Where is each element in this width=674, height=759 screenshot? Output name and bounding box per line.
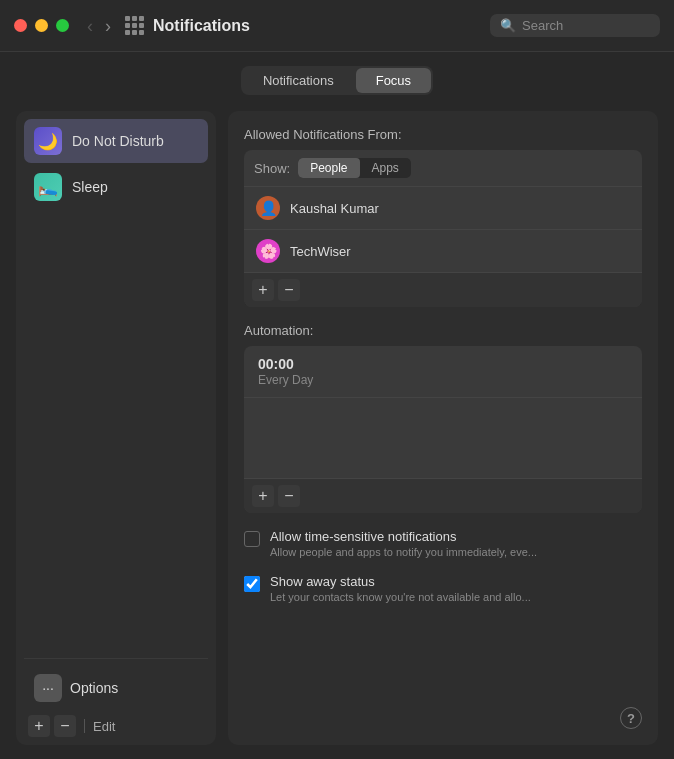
minimize-button[interactable]	[35, 19, 48, 32]
app-grid-icon[interactable]	[125, 16, 145, 36]
sidebar-item-do-not-disturb[interactable]: 🌙 Do Not Disturb	[24, 119, 208, 163]
list-item[interactable]: 🌸 TechWiser	[244, 230, 642, 272]
tab-focus[interactable]: Focus	[356, 68, 431, 93]
show-tab-apps[interactable]: Apps	[360, 158, 411, 178]
sidebar: 🌙 Do Not Disturb 🛌 Sleep ··· Options + −	[16, 111, 216, 745]
traffic-lights	[14, 19, 69, 32]
time-sensitive-row: Allow time-sensitive notifications Allow…	[244, 529, 642, 558]
sidebar-bottom: ··· Options + − Edit	[24, 658, 208, 737]
dnd-icon: 🌙	[34, 127, 62, 155]
options-label: Options	[70, 680, 118, 696]
remove-automation-button[interactable]: −	[278, 485, 300, 507]
sidebar-item-label-dnd: Do Not Disturb	[72, 133, 164, 149]
forward-button[interactable]: ›	[101, 17, 115, 35]
show-bar: Show: People Apps	[244, 150, 642, 187]
time-sensitive-wrap: Allow time-sensitive notifications Allow…	[270, 529, 537, 558]
automation-section: Automation: 00:00 Every Day + −	[244, 323, 642, 513]
right-panel: Allowed Notifications From: Show: People…	[228, 111, 658, 745]
allowed-section-label: Allowed Notifications From:	[244, 127, 642, 142]
show-away-label: Show away status	[270, 574, 531, 589]
show-tab-people[interactable]: People	[298, 158, 359, 178]
sleep-icon: 🛌	[34, 173, 62, 201]
sidebar-items: 🌙 Do Not Disturb 🛌 Sleep	[24, 119, 208, 658]
tab-notifications[interactable]: Notifications	[243, 68, 354, 93]
controls-divider	[84, 719, 85, 733]
tab-container: Notifications Focus	[241, 66, 433, 95]
titlebar: ‹ › Notifications 🔍	[0, 0, 674, 52]
main-content: Notifications Focus 🌙 Do Not Disturb 🛌 S…	[0, 52, 674, 759]
allowed-box: Show: People Apps 👤 Kaushal Kumar 🌸	[244, 150, 642, 307]
automation-empty-area	[244, 398, 642, 478]
show-away-checkbox[interactable]	[244, 576, 260, 592]
options-button[interactable]: ··· Options	[24, 667, 208, 709]
add-item-button[interactable]: +	[28, 715, 50, 737]
time-sensitive-checkbox[interactable]	[244, 531, 260, 547]
avatar-techwiser: 🌸	[256, 239, 280, 263]
edit-button[interactable]: Edit	[93, 719, 115, 734]
list-item[interactable]: 👤 Kaushal Kumar	[244, 187, 642, 230]
time-sensitive-label: Allow time-sensitive notifications	[270, 529, 537, 544]
tab-bar: Notifications Focus	[16, 66, 658, 95]
allowed-box-controls: + −	[244, 272, 642, 307]
show-label: Show:	[254, 161, 290, 176]
sidebar-item-label-sleep: Sleep	[72, 179, 108, 195]
allowed-section: Allowed Notifications From: Show: People…	[244, 127, 642, 307]
automation-box-controls: + −	[244, 478, 642, 513]
body-layout: 🌙 Do Not Disturb 🛌 Sleep ··· Options + −	[16, 111, 658, 745]
search-icon: 🔍	[500, 18, 516, 33]
add-person-button[interactable]: +	[252, 279, 274, 301]
automation-time: 00:00	[258, 356, 628, 372]
sidebar-item-sleep[interactable]: 🛌 Sleep	[24, 165, 208, 209]
sidebar-controls: + − Edit	[24, 709, 208, 737]
help-row: ?	[244, 707, 642, 729]
automation-label: Automation:	[244, 323, 642, 338]
close-button[interactable]	[14, 19, 27, 32]
person-name-techwiser: TechWiser	[290, 244, 351, 259]
person-name-kaushal: Kaushal Kumar	[290, 201, 379, 216]
remove-person-button[interactable]: −	[278, 279, 300, 301]
remove-item-button[interactable]: −	[54, 715, 76, 737]
options-icon: ···	[34, 674, 62, 702]
add-automation-button[interactable]: +	[252, 485, 274, 507]
nav-arrows: ‹ ›	[83, 17, 115, 35]
show-away-row: Show away status Let your contacts know …	[244, 574, 642, 603]
people-list: 👤 Kaushal Kumar 🌸 TechWiser	[244, 187, 642, 272]
automation-freq: Every Day	[258, 373, 628, 387]
search-box[interactable]: 🔍	[490, 14, 660, 37]
maximize-button[interactable]	[56, 19, 69, 32]
help-button[interactable]: ?	[620, 707, 642, 729]
avatar-kaushal: 👤	[256, 196, 280, 220]
show-away-wrap: Show away status Let your contacts know …	[270, 574, 531, 603]
time-sensitive-sublabel: Allow people and apps to notify you imme…	[270, 546, 537, 558]
search-input[interactable]	[522, 18, 652, 33]
page-title: Notifications	[153, 17, 490, 35]
show-away-sublabel: Let your contacts know you're not availa…	[270, 591, 531, 603]
back-button[interactable]: ‹	[83, 17, 97, 35]
automation-box: 00:00 Every Day + −	[244, 346, 642, 513]
show-tabs: People Apps	[298, 158, 411, 178]
automation-item[interactable]: 00:00 Every Day	[244, 346, 642, 398]
